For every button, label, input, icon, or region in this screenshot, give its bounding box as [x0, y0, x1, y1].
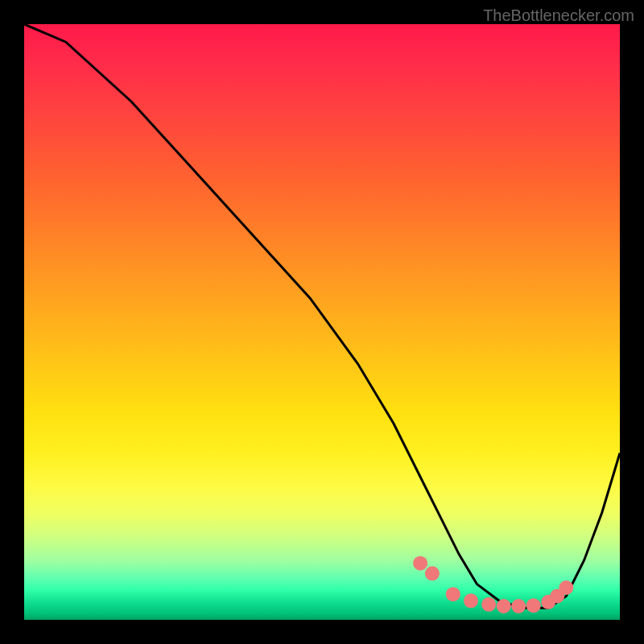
- markers-group: [413, 556, 573, 613]
- marker-dot: [413, 556, 427, 571]
- marker-dot: [526, 598, 541, 613]
- marker-dot: [481, 597, 496, 612]
- marker-dot: [511, 599, 526, 613]
- attribution-text: TheBottlenecker.com: [483, 6, 634, 25]
- marker-dot: [497, 599, 511, 613]
- chart-container: TheBottlenecker.com: [0, 0, 644, 644]
- marker-dot: [446, 587, 460, 601]
- marker-dot: [425, 566, 440, 580]
- curve-svg: [24, 24, 620, 620]
- marker-dot: [559, 580, 573, 595]
- bottleneck-curve: [24, 24, 620, 608]
- marker-dot: [464, 593, 478, 608]
- plot-area: [24, 24, 620, 620]
